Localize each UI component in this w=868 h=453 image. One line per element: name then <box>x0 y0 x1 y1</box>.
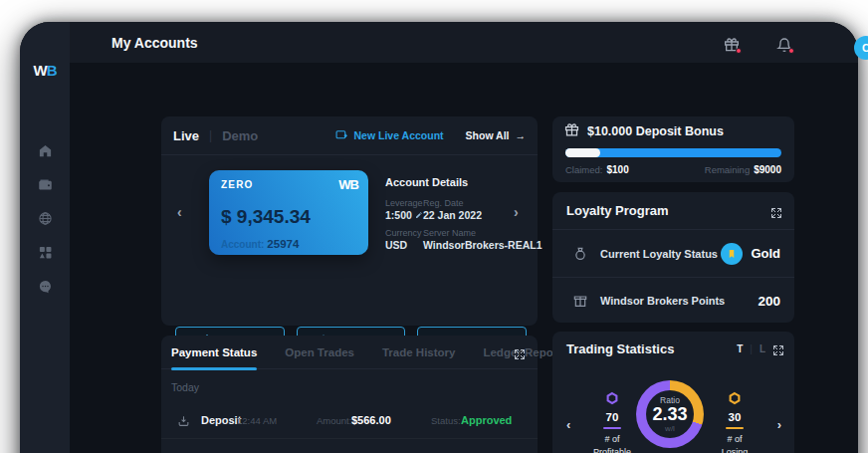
loyalty-header: Loyalty Program <box>552 192 794 230</box>
expand-icon[interactable] <box>770 205 782 217</box>
sidebar-item-markets[interactable] <box>20 203 70 237</box>
tab-divider: | <box>209 128 212 142</box>
loyalty-status-value: Gold <box>721 243 780 265</box>
sidebar-item-support[interactable] <box>20 271 70 305</box>
brand-logo-w: W <box>33 62 46 79</box>
tab-demo[interactable]: Demo <box>222 128 258 143</box>
payment-row[interactable]: Deposit 12:44 AM Amount: $566.00 Status:… <box>161 401 538 439</box>
expand-icon[interactable] <box>772 342 784 354</box>
trading-stats-panel: Trading Statistics T | L ‹ 70 # of Profi… <box>552 332 794 453</box>
ratio-sub-label: w/l <box>665 424 675 433</box>
tab-trade-history[interactable]: Trade History <box>382 336 456 369</box>
payment-rows: Deposit 12:44 AM Amount: $566.00 Status:… <box>161 401 538 453</box>
payment-row[interactable]: Deposit 12:44 AM Amount: $566.00 Status:… <box>161 439 538 453</box>
loyalty-panel: Loyalty Program Current Loyalty Status G… <box>552 192 794 323</box>
remaining-label: Remaining <box>705 164 750 175</box>
expand-icon[interactable] <box>514 346 526 358</box>
payments-panel: Payment Status Open Trades Trade History… <box>161 336 538 453</box>
leverage-value-text: 1:500 <box>385 209 412 221</box>
loyalty-points-row: Windsor Brokers Points 200 <box>552 278 794 323</box>
account-balance: $ 9,345.34 <box>221 206 311 228</box>
account-number-line: Account:25974 <box>221 234 299 252</box>
accounts-panel: Live | Demo New Live Account Show All → … <box>161 116 538 326</box>
losing-count: 30 <box>713 411 757 423</box>
tab-open-trades[interactable]: Open Trades <box>285 336 354 369</box>
sidebar-nav <box>20 135 70 305</box>
medal-icon <box>572 246 588 262</box>
bonus-header: $10.000 Deposit Bonus <box>564 122 724 140</box>
remaining-line: Remaining$9000 <box>705 164 781 175</box>
profitable-label: # of Profitable Trades <box>586 433 638 453</box>
next-account-button[interactable]: › <box>514 205 519 219</box>
toggle-trades[interactable]: T <box>737 343 743 354</box>
sidebar: WB <box>20 22 70 453</box>
hexagon-ring-icon-purple <box>605 391 619 408</box>
account-card[interactable]: ZERO WB $ 9,345.34 Account:25974 <box>209 170 368 255</box>
loyalty-points-label: Windsor Brokers Points <box>600 295 725 307</box>
payments-tabs: Payment Status Open Trades Trade History… <box>161 336 538 369</box>
screenshot-canvas: WB My Accoun <box>0 0 868 453</box>
page-title: My Accounts <box>111 22 198 63</box>
chat-icon <box>38 279 53 298</box>
claimed-label: Claimed: <box>565 164 603 175</box>
apps-icon <box>38 245 53 264</box>
loyalty-points-value: 200 <box>758 293 780 308</box>
tab-live[interactable]: Live <box>173 128 199 143</box>
globe-icon <box>38 211 53 230</box>
tab-payment-status[interactable]: Payment Status <box>171 336 257 369</box>
group-label-today: Today <box>171 381 199 393</box>
stats-title: Trading Statistics <box>566 341 730 356</box>
stats-next-button[interactable]: › <box>777 417 781 432</box>
losing-label: # of Losing Trades <box>713 433 757 453</box>
status-label: Status: <box>431 414 461 425</box>
card-brand-label: ZERO <box>221 179 254 190</box>
notification-dot <box>736 48 742 54</box>
notifications-button[interactable] <box>776 37 792 53</box>
card-wb-logo: WB <box>338 177 358 192</box>
accounts-panel-header: Live | Demo New Live Account Show All → <box>161 116 538 155</box>
server-label: Server Name <box>423 228 476 238</box>
account-details-title: Account Details <box>385 176 525 188</box>
profitable-trades-group: 70 # of Profitable Trades <box>586 391 638 453</box>
arrow-right-icon: → <box>516 129 527 141</box>
regdate-value: 22 Jan 2022 <box>423 209 482 221</box>
new-live-account-button[interactable]: New Live Account <box>335 128 444 143</box>
sidebar-item-home[interactable] <box>20 135 70 169</box>
brand-logo-b: B <box>47 62 57 79</box>
amount-label: Amount: <box>317 414 351 425</box>
claimed-value: $100 <box>607 164 629 175</box>
currency-value: USD <box>385 239 407 251</box>
toggle-divider: | <box>750 343 753 354</box>
stats-header: Trading Statistics T | L <box>566 332 784 365</box>
regdate-label: Reg. Date <box>423 198 464 208</box>
amount-value: $566.00 <box>351 414 391 426</box>
leverage-label: Leverage <box>385 198 423 208</box>
stats-prev-button[interactable]: ‹ <box>566 417 570 432</box>
loyalty-title: Loyalty Program <box>566 203 669 218</box>
edit-pencil-icon[interactable] <box>415 209 423 221</box>
server-value: WindsorBrokers-REAL1 <box>423 239 542 251</box>
loyalty-status-label: Current Loyalty Status <box>600 248 718 260</box>
show-all-label: Show All <box>466 129 510 141</box>
prev-account-button[interactable]: ‹ <box>177 205 182 219</box>
remaining-value: $9000 <box>754 164 781 175</box>
leverage-value: 1:500 <box>385 209 423 221</box>
card-plus-icon <box>335 128 348 143</box>
notification-dot <box>788 48 794 54</box>
sidebar-item-apps[interactable] <box>20 237 70 271</box>
toggle-lots[interactable]: L <box>760 343 765 354</box>
promotions-button[interactable] <box>724 37 740 53</box>
home-icon <box>38 143 53 162</box>
bonus-progress-claimed <box>565 148 600 157</box>
user-avatar[interactable]: C <box>854 36 868 60</box>
bonus-progress-bar <box>565 148 781 157</box>
download-tray-icon <box>177 413 190 426</box>
sidebar-item-wallet[interactable] <box>20 169 70 203</box>
new-live-account-label: New Live Account <box>354 129 444 141</box>
top-bar: My Accounts C <box>70 22 858 63</box>
payment-type: Deposit <box>201 414 241 426</box>
deposit-bonus-panel: $10.000 Deposit Bonus Claimed:$100 Remai… <box>552 116 794 182</box>
show-all-button[interactable]: Show All → <box>466 129 526 141</box>
bonus-footer: Claimed:$100 Remaining$9000 <box>565 164 781 175</box>
purple-underline <box>603 427 621 429</box>
